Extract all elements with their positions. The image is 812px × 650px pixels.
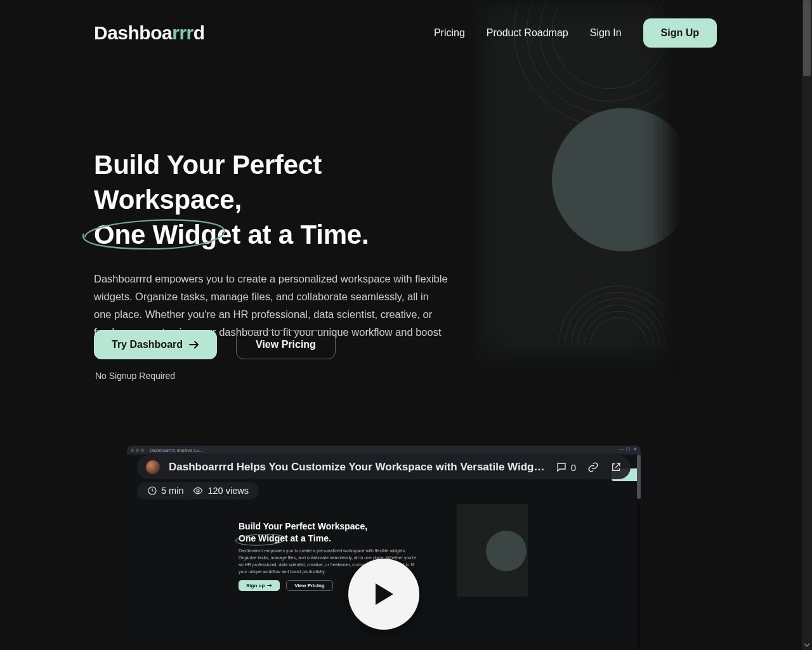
hero-note: No Signup Required (95, 371, 175, 381)
video-views: 120 views (192, 486, 248, 496)
brand-logo[interactable]: Dashboarrrd (94, 22, 205, 44)
signup-button[interactable]: Sign Up (643, 18, 717, 48)
video-title: Dashboarrrd Helps You Customize Your Wor… (169, 461, 547, 474)
hero-heading: Build Your Perfect Workspace, One Widget… (94, 147, 449, 252)
play-button[interactable] (348, 559, 419, 630)
video-meta-pill: 5 min 120 views (137, 482, 259, 500)
hero-cta-row: Try Dashboard View Pricing (94, 330, 336, 359)
inner-decorative-panel (457, 504, 528, 597)
window-close-icon[interactable]: ✕ (633, 447, 637, 452)
decorative-circle (552, 108, 679, 251)
nav-pricing[interactable]: Pricing (434, 27, 465, 39)
hero-copy: Build Your Perfect Workspace, One Widget… (94, 147, 449, 359)
nav-signin[interactable]: Sign In (590, 27, 622, 39)
embed-window-chrome: Dashboarrrd: Intuitive Cu… — ▢ ✕ (127, 446, 641, 454)
copy-link-button[interactable] (587, 461, 599, 473)
inner-decorative-circle (486, 531, 527, 571)
hero-heading-line2: at a Time. (240, 220, 369, 249)
window-maximize-icon[interactable]: ▢ (626, 447, 631, 452)
try-dashboard-button[interactable]: Try Dashboard (94, 330, 217, 359)
brand-part-2: d (193, 22, 205, 43)
inner-heading: Build Your Perfect Workspace, One Widget… (239, 521, 367, 545)
page-scrollbar-thumb[interactable] (803, 0, 811, 76)
window-traffic-lights-icon (131, 448, 146, 453)
nav-roadmap[interactable]: Product Roadmap (487, 27, 568, 39)
video-overlay-bar: Dashboarrrd Helps You Customize Your Wor… (137, 455, 631, 479)
inner-cta-row: Sign up View Pricing (239, 580, 333, 591)
page-scrollbar[interactable] (802, 0, 812, 650)
view-pricing-button[interactable]: View Pricing (236, 330, 336, 359)
open-external-button[interactable] (610, 461, 622, 473)
video-duration: 5 min (147, 486, 183, 496)
main-nav: Pricing Product Roadmap Sign In Sign Up (434, 18, 717, 48)
play-icon (373, 582, 395, 606)
eye-icon (192, 486, 204, 496)
comment-icon (556, 461, 567, 473)
inner-view-pricing-button[interactable]: View Pricing (286, 580, 332, 591)
clock-icon (147, 486, 157, 496)
hero-heading-circled: One Widget (94, 217, 240, 252)
comments-count[interactable]: 0 (556, 461, 576, 473)
svg-point-1 (197, 489, 199, 492)
brand-part-1: Dashboa (94, 22, 172, 43)
arrow-right-icon (189, 340, 199, 349)
inner-signup-button[interactable]: Sign up (239, 580, 280, 591)
window-controls: — ▢ ✕ (619, 447, 637, 452)
embed-scrollbar-thumb[interactable] (637, 454, 641, 499)
video-author-avatar[interactable] (146, 460, 160, 474)
embed-tab-title: Dashboarrrd: Intuitive Cu… (150, 448, 204, 453)
window-minimize-icon[interactable]: — (619, 447, 624, 452)
hero-heading-line1: Build Your Perfect Workspace, (94, 150, 322, 215)
link-icon (587, 461, 599, 473)
scroll-down-arrow-icon[interactable] (802, 640, 812, 650)
site-header: Dashboarrrd Pricing Product Roadmap Sign… (0, 0, 812, 66)
embed-scrollbar[interactable] (637, 454, 641, 650)
external-link-icon (610, 461, 622, 473)
brand-part-accent: rrr (172, 22, 193, 43)
